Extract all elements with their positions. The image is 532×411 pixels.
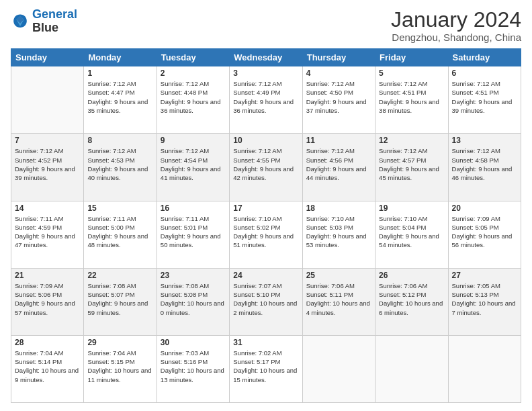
table-row: 25Sunrise: 7:06 AM Sunset: 5:11 PM Dayli… [302, 268, 375, 335]
day-number: 22 [87, 271, 152, 280]
day-info: Sunrise: 7:09 AM Sunset: 5:06 PM Dayligh… [15, 281, 80, 317]
page: General Blue January 2024 Dengzhou, Shan… [0, 0, 532, 411]
day-info: Sunrise: 7:09 AM Sunset: 5:05 PM Dayligh… [452, 214, 517, 250]
day-info: Sunrise: 7:03 AM Sunset: 5:16 PM Dayligh… [161, 349, 226, 384]
day-number: 17 [233, 203, 298, 213]
calendar-week-row: 28Sunrise: 7:04 AM Sunset: 5:14 PM Dayli… [11, 335, 521, 402]
table-row: 21Sunrise: 7:09 AM Sunset: 5:06 PM Dayli… [11, 268, 84, 335]
calendar-week-row: 1Sunrise: 7:12 AM Sunset: 4:47 PM Daylig… [11, 66, 521, 134]
day-info: Sunrise: 7:11 AM Sunset: 4:59 PM Dayligh… [15, 214, 80, 250]
day-number: 29 [87, 338, 152, 347]
location: Dengzhou, Shandong, China [391, 32, 521, 43]
day-info: Sunrise: 7:10 AM Sunset: 5:04 PM Dayligh… [379, 214, 444, 250]
table-row: 23Sunrise: 7:08 AM Sunset: 5:08 PM Dayli… [157, 268, 229, 335]
day-info: Sunrise: 7:12 AM Sunset: 4:50 PM Dayligh… [306, 79, 371, 115]
day-number: 10 [233, 136, 298, 145]
day-number: 20 [452, 203, 517, 213]
day-info: Sunrise: 7:02 AM Sunset: 5:17 PM Dayligh… [233, 349, 298, 384]
day-info: Sunrise: 7:12 AM Sunset: 4:53 PM Dayligh… [87, 146, 152, 182]
day-number: 16 [161, 203, 226, 213]
table-row: 11Sunrise: 7:12 AM Sunset: 4:56 PM Dayli… [302, 134, 375, 201]
day-number: 8 [87, 136, 152, 145]
title-block: January 2024 Dengzhou, Shandong, China [391, 8, 521, 43]
calendar-week-row: 21Sunrise: 7:09 AM Sunset: 5:06 PM Dayli… [11, 268, 521, 335]
day-info: Sunrise: 7:11 AM Sunset: 5:00 PM Dayligh… [87, 214, 152, 250]
day-number: 23 [161, 271, 226, 280]
day-number: 28 [15, 338, 80, 347]
day-number: 12 [379, 136, 444, 145]
day-info: Sunrise: 7:10 AM Sunset: 5:03 PM Dayligh… [306, 214, 371, 250]
col-saturday: Saturday [448, 49, 521, 66]
day-number: 19 [379, 203, 444, 213]
table-row: 7Sunrise: 7:12 AM Sunset: 4:52 PM Daylig… [11, 134, 84, 201]
day-info: Sunrise: 7:07 AM Sunset: 5:10 PM Dayligh… [233, 281, 298, 317]
day-info: Sunrise: 7:11 AM Sunset: 5:01 PM Dayligh… [161, 214, 226, 250]
table-row: 10Sunrise: 7:12 AM Sunset: 4:55 PM Dayli… [230, 134, 302, 201]
day-info: Sunrise: 7:12 AM Sunset: 4:56 PM Dayligh… [306, 146, 371, 182]
table-row [448, 335, 521, 402]
day-number: 18 [306, 203, 371, 213]
table-row: 20Sunrise: 7:09 AM Sunset: 5:05 PM Dayli… [448, 201, 521, 268]
table-row: 28Sunrise: 7:04 AM Sunset: 5:14 PM Dayli… [11, 335, 84, 402]
table-row: 8Sunrise: 7:12 AM Sunset: 4:53 PM Daylig… [84, 134, 157, 201]
day-number: 2 [161, 68, 226, 78]
calendar-header-row: Sunday Monday Tuesday Wednesday Thursday… [11, 49, 521, 66]
table-row: 15Sunrise: 7:11 AM Sunset: 5:00 PM Dayli… [84, 201, 157, 268]
table-row [302, 335, 375, 402]
table-row: 31Sunrise: 7:02 AM Sunset: 5:17 PM Dayli… [230, 335, 302, 402]
table-row: 14Sunrise: 7:11 AM Sunset: 4:59 PM Dayli… [11, 201, 84, 268]
day-info: Sunrise: 7:08 AM Sunset: 5:08 PM Dayligh… [161, 281, 226, 317]
day-number: 5 [379, 68, 444, 78]
day-number: 21 [15, 271, 80, 280]
col-tuesday: Tuesday [157, 49, 229, 66]
day-number: 14 [15, 203, 80, 213]
day-number: 13 [452, 136, 517, 145]
logo: General Blue [11, 8, 77, 35]
calendar-week-row: 7Sunrise: 7:12 AM Sunset: 4:52 PM Daylig… [11, 134, 521, 201]
month-title: January 2024 [391, 8, 521, 32]
day-number: 9 [161, 136, 226, 145]
day-info: Sunrise: 7:12 AM Sunset: 4:58 PM Dayligh… [452, 146, 517, 182]
day-number: 1 [87, 68, 152, 78]
col-thursday: Thursday [302, 49, 375, 66]
table-row: 6Sunrise: 7:12 AM Sunset: 4:51 PM Daylig… [448, 66, 521, 134]
day-number: 7 [15, 136, 80, 145]
day-number: 26 [379, 271, 444, 280]
table-row: 12Sunrise: 7:12 AM Sunset: 4:57 PM Dayli… [375, 134, 448, 201]
table-row: 18Sunrise: 7:10 AM Sunset: 5:03 PM Dayli… [302, 201, 375, 268]
table-row: 13Sunrise: 7:12 AM Sunset: 4:58 PM Dayli… [448, 134, 521, 201]
day-info: Sunrise: 7:10 AM Sunset: 5:02 PM Dayligh… [233, 214, 298, 250]
header: General Blue January 2024 Dengzhou, Shan… [11, 8, 521, 43]
table-row: 16Sunrise: 7:11 AM Sunset: 5:01 PM Dayli… [157, 201, 229, 268]
day-info: Sunrise: 7:06 AM Sunset: 5:12 PM Dayligh… [379, 281, 444, 317]
table-row: 26Sunrise: 7:06 AM Sunset: 5:12 PM Dayli… [375, 268, 448, 335]
day-number: 11 [306, 136, 371, 145]
logo-icon [11, 12, 30, 31]
col-friday: Friday [375, 49, 448, 66]
table-row [375, 335, 448, 402]
day-info: Sunrise: 7:12 AM Sunset: 4:52 PM Dayligh… [15, 146, 80, 182]
calendar-week-row: 14Sunrise: 7:11 AM Sunset: 4:59 PM Dayli… [11, 201, 521, 268]
day-info: Sunrise: 7:12 AM Sunset: 4:51 PM Dayligh… [452, 79, 517, 115]
day-info: Sunrise: 7:12 AM Sunset: 4:55 PM Dayligh… [233, 146, 298, 182]
day-info: Sunrise: 7:12 AM Sunset: 4:54 PM Dayligh… [161, 146, 226, 182]
day-number: 24 [233, 271, 298, 280]
table-row: 1Sunrise: 7:12 AM Sunset: 4:47 PM Daylig… [84, 66, 157, 134]
day-number: 25 [306, 271, 371, 280]
table-row: 27Sunrise: 7:05 AM Sunset: 5:13 PM Dayli… [448, 268, 521, 335]
table-row: 30Sunrise: 7:03 AM Sunset: 5:16 PM Dayli… [157, 335, 229, 402]
table-row: 29Sunrise: 7:04 AM Sunset: 5:15 PM Dayli… [84, 335, 157, 402]
logo-line2: Blue [32, 21, 77, 35]
day-info: Sunrise: 7:08 AM Sunset: 5:07 PM Dayligh… [87, 281, 152, 317]
col-wednesday: Wednesday [230, 49, 302, 66]
day-number: 31 [233, 338, 298, 347]
day-number: 15 [87, 203, 152, 213]
day-info: Sunrise: 7:05 AM Sunset: 5:13 PM Dayligh… [452, 281, 517, 317]
day-number: 3 [233, 68, 298, 78]
table-row: 24Sunrise: 7:07 AM Sunset: 5:10 PM Dayli… [230, 268, 302, 335]
table-row: 22Sunrise: 7:08 AM Sunset: 5:07 PM Dayli… [84, 268, 157, 335]
col-monday: Monday [84, 49, 157, 66]
table-row: 19Sunrise: 7:10 AM Sunset: 5:04 PM Dayli… [375, 201, 448, 268]
day-number: 6 [452, 68, 517, 78]
day-info: Sunrise: 7:12 AM Sunset: 4:51 PM Dayligh… [379, 79, 444, 115]
